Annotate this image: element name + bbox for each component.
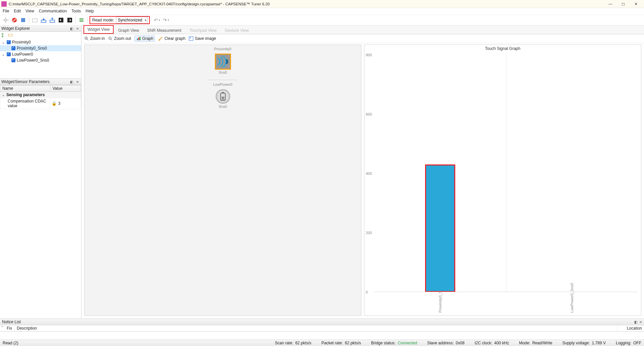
stop-icon[interactable] [11, 16, 18, 24]
checkbox-icon[interactable] [11, 46, 15, 50]
svg-line-24 [111, 39, 112, 41]
read-mode-label: Read mode: [92, 18, 114, 22]
canvas-proximity-sensor-label: Sns0 [215, 70, 231, 74]
tab-graph-view[interactable]: Graph View [114, 26, 142, 34]
zoom-in-button[interactable]: Zoom in [84, 36, 105, 41]
tab-snr[interactable]: SNR Measurement [143, 26, 185, 34]
tree-item-lowpower0[interactable]: ⌄ LowPower0 [0, 51, 81, 57]
read-mode-group: Read mode: Synchronized [90, 16, 150, 24]
svg-rect-17 [2, 36, 3, 37]
checkbox-icon[interactable] [7, 52, 11, 56]
tab-touchpad: Touchpad View [186, 26, 220, 34]
notice-col-location[interactable]: Location [617, 325, 644, 331]
menu-file[interactable]: File [3, 9, 9, 13]
save-image-button[interactable]: Save image [189, 36, 216, 41]
y-tick: 800 [366, 53, 372, 57]
status-mode-value: Read/Write [532, 341, 552, 345]
canvas-lowpower-sensor-label: Sns0 [216, 105, 230, 109]
dock-icon[interactable]: ◧ [69, 80, 74, 84]
toolbar: Read mode: Synchronized ↶▾ ↷▾ [0, 15, 644, 25]
zoom-out-button[interactable]: Zoom out [108, 36, 131, 41]
export-icon[interactable] [49, 16, 56, 24]
notice-col-fix[interactable]: Fix [5, 325, 15, 331]
svg-rect-16 [2, 33, 3, 35]
status-mode-label: Mode: [519, 341, 530, 345]
undo-button[interactable]: ↶ [154, 17, 158, 23]
checkbox-icon[interactable] [7, 40, 11, 44]
svg-rect-33 [222, 92, 224, 93]
import-icon[interactable] [40, 16, 47, 24]
graph-toggle-button[interactable]: Graph [134, 36, 155, 42]
dock-icon[interactable]: ◧ [634, 320, 637, 324]
col-value[interactable]: Value [50, 85, 81, 92]
menu-tools[interactable]: Tools [71, 9, 81, 13]
status-logging-value: OFF [633, 341, 641, 345]
status-bridge-value: Connected [398, 341, 417, 345]
menu-view[interactable]: View [25, 9, 34, 13]
notice-col-desc[interactable]: Description [15, 325, 617, 331]
expand-all-icon[interactable] [1, 33, 6, 38]
close-pane-icon[interactable]: ✕ [75, 80, 80, 84]
touch-signal-graph: Touch Signal Graph 0200400600800Proximit… [364, 45, 641, 316]
status-bridge-label: Bridge status: [371, 341, 396, 345]
tree-item-proximity0-sns0[interactable]: Proximity0_Sns0 [0, 45, 81, 51]
close-pane-icon[interactable]: ✕ [639, 320, 642, 324]
status-supply-label: Supply voltage: [563, 341, 590, 345]
lowpower-sensor-icon[interactable] [216, 89, 230, 104]
close-button[interactable]: ✕ [633, 2, 639, 6]
close-pane-icon[interactable]: ✕ [75, 27, 80, 30]
graph-label: Graph [142, 36, 153, 41]
read-mode-select[interactable]: Synchronized [116, 17, 148, 23]
redo-button[interactable]: ↷ [163, 17, 167, 23]
plot-area[interactable]: 0200400600800Proximity0_Sns0LowPower0_Sn… [374, 55, 638, 292]
tree-item-lowpower0-sns0[interactable]: LowPower0_Sns0 [0, 57, 81, 63]
widget-view-toolbar: Zoom in Zoom out Graph Clear graph Save … [81, 34, 644, 43]
svg-rect-34 [222, 97, 224, 98]
view-tabs: Widget View Graph View SNR Measurement T… [81, 25, 644, 34]
menu-help[interactable]: Help [85, 9, 94, 13]
collapse-all-icon[interactable] [8, 33, 13, 38]
menu-communication[interactable]: Communication [39, 9, 67, 13]
receive-icon[interactable] [66, 16, 73, 24]
maximize-button[interactable]: ◻ [620, 2, 627, 6]
proximity-sensor-icon[interactable] [215, 54, 231, 70]
status-bar: Read (2) Scan rate:62 pkts/s Packet rate… [0, 340, 644, 346]
save-image-label: Save image [195, 36, 216, 41]
app-icon [1, 1, 7, 7]
notice-list-title: Notice List [2, 320, 634, 324]
chart-bar [425, 164, 455, 292]
clear-graph-button[interactable]: Clear graph [158, 36, 185, 41]
col-name[interactable]: Name [0, 85, 50, 92]
graph-title: Touch Signal Graph [364, 45, 641, 51]
status-scan-rate-label: Scan rate: [275, 341, 293, 345]
svg-rect-35 [222, 98, 224, 99]
minimize-button[interactable]: — [607, 2, 614, 6]
redo-dropdown[interactable]: ▾ [168, 18, 169, 22]
tree-item-label: LowPower0 [12, 52, 33, 57]
tab-widget-view[interactable]: Widget View [83, 25, 114, 34]
menu-edit[interactable]: Edit [14, 9, 21, 13]
chevron-icon[interactable]: ⌃ [0, 325, 5, 331]
params-row[interactable]: Compensation CDAC value 🔒3 [0, 98, 81, 109]
checkbox-icon[interactable] [11, 58, 15, 62]
tree-item-proximity0[interactable]: ⌄ Proximity0 [0, 39, 81, 45]
widget-canvas[interactable]: Proximity0 Sns0 LowPower0 Sns0 [84, 45, 361, 316]
tree-item-label: Proximity0_Sns0 [17, 46, 47, 51]
open-icon[interactable] [31, 16, 39, 24]
undo-dropdown[interactable]: ▾ [159, 18, 160, 22]
send-icon[interactable] [57, 16, 65, 24]
menubar: File Edit View Communication Tools Help [0, 8, 644, 15]
params-group-label: Sensing parameters [6, 92, 45, 97]
y-tick: 200 [366, 231, 372, 235]
x-label: LowPower0_Sns0 [570, 283, 574, 313]
titlebar: C:/mtw/MSCLP_CAPSENSE_Low-Power_Proximit… [0, 0, 644, 8]
status-i2c-label: I2C clock: [475, 341, 492, 345]
params-group-row[interactable]: ⌄Sensing parameters [0, 92, 81, 98]
gear-icon[interactable] [2, 16, 9, 24]
list-icon[interactable] [78, 16, 85, 24]
widget-explorer-title: Widget Explorer [1, 26, 68, 31]
svg-point-31 [190, 38, 191, 39]
stop-square-icon[interactable] [19, 16, 27, 24]
params-pane: Name Value ⌄Sensing parameters Compensat… [0, 85, 81, 319]
dock-icon[interactable]: ◧ [69, 27, 74, 30]
